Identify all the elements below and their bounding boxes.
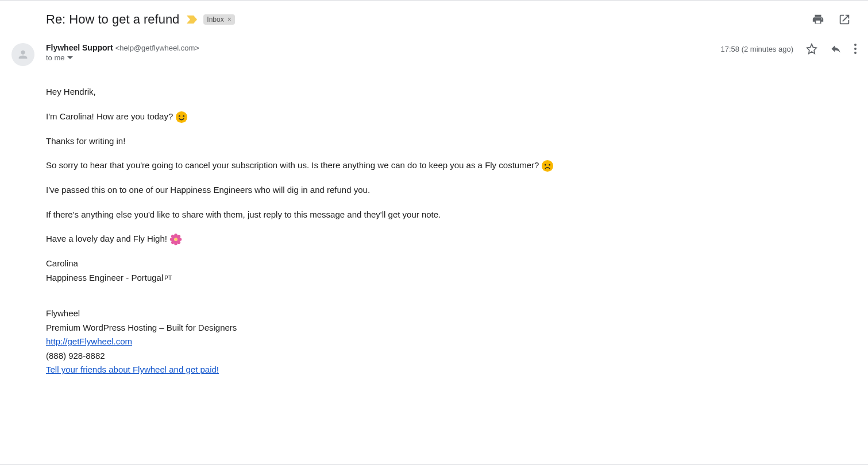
body-p7: Have a lovely day and Fly High! [46, 232, 857, 246]
subject-title: Re: How to get a refund [46, 12, 179, 27]
svg-point-17 [174, 238, 178, 241]
inbox-label-text: Inbox [207, 16, 223, 24]
signature-url-link[interactable]: http://getFlywheel.com [46, 336, 132, 346]
smile-emoji-icon [175, 111, 188, 123]
star-icon[interactable] [806, 43, 817, 55]
svg-point-5 [183, 115, 185, 117]
svg-point-8 [549, 164, 551, 166]
sender-email: <help@getflywheel.com> [115, 44, 199, 52]
to-line[interactable]: to me [46, 53, 721, 62]
remove-label-icon[interactable]: × [227, 16, 232, 24]
svg-point-7 [545, 164, 546, 166]
body-p1: Hey Hendrik, [46, 86, 857, 99]
svg-point-6 [542, 160, 553, 172]
avatar [11, 43, 34, 66]
svg-point-3 [176, 111, 187, 122]
important-marker-icon[interactable] [186, 15, 198, 24]
body-p2: I'm Carolina! How are you today? [46, 110, 857, 123]
print-icon[interactable] [812, 13, 824, 26]
signature-tagline: Premium WordPress Hosting – Built for De… [46, 321, 857, 335]
sender-name[interactable]: Flywheel Support [46, 43, 113, 52]
svg-point-1 [854, 48, 857, 50]
more-menu-icon[interactable] [854, 44, 857, 54]
timestamp: 17:58 (2 minutes ago) [721, 45, 793, 53]
svg-point-4 [179, 115, 180, 117]
flower-emoji-icon [169, 233, 182, 246]
body-p6: If there's anything else you'd like to s… [46, 208, 857, 222]
signature-title: Happiness Engineer - PortugalPT [46, 272, 857, 285]
open-new-window-icon[interactable] [838, 13, 851, 26]
email-body: Hey Hendrik, I'm Carolina! How are you t… [11, 66, 857, 377]
body-p3: Thanks for writing in! [46, 135, 857, 148]
body-p5: I've passed this on to one of our Happin… [46, 184, 857, 197]
referral-link[interactable]: Tell your friends about Flywheel and get… [46, 365, 219, 374]
svg-point-2 [854, 52, 857, 54]
reply-icon[interactable] [830, 43, 842, 55]
signature-phone: (888) 928-8882 [46, 350, 857, 363]
signature-name: Carolina [46, 257, 857, 270]
svg-point-0 [854, 44, 857, 46]
frown-emoji-icon [541, 160, 554, 172]
chevron-down-icon[interactable] [67, 55, 73, 61]
signature-company: Flywheel [46, 307, 857, 320]
to-line-text: to me [46, 53, 65, 62]
body-p4: So sorry to hear that you're going to ca… [46, 159, 857, 172]
inbox-label[interactable]: Inbox × [203, 14, 234, 25]
